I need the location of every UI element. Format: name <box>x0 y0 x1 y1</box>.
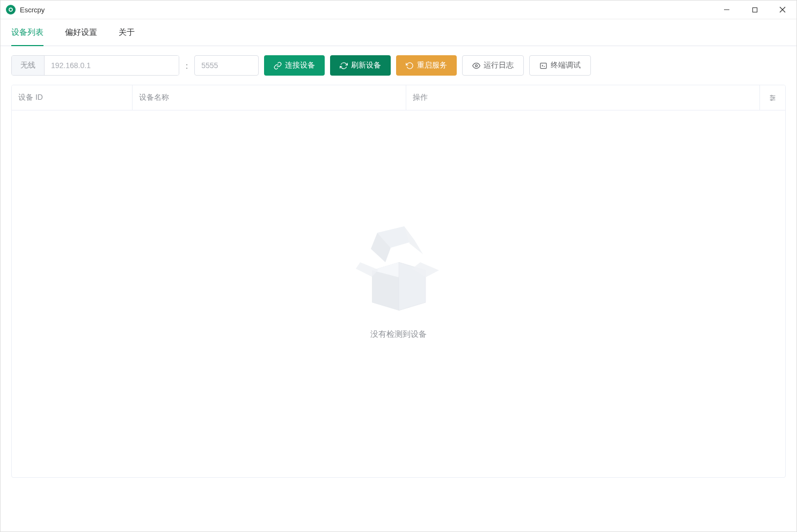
empty-box-icon <box>345 222 452 313</box>
minimize-button[interactable] <box>713 1 741 19</box>
close-button[interactable] <box>769 1 796 19</box>
connect-device-button[interactable]: 连接设备 <box>264 55 325 76</box>
svg-point-5 <box>476 64 478 66</box>
th-action: 操作 <box>406 85 759 110</box>
filter-button[interactable] <box>759 85 785 110</box>
empty-message: 没有检测到设备 <box>370 329 427 339</box>
table-header: 设备 ID 设备名称 操作 <box>12 85 785 110</box>
toolbar: 无线 : 连接设备 刷新设备 重启服务 运行日志 终端调试 <box>1 46 796 85</box>
maximize-button[interactable] <box>741 1 769 19</box>
svg-point-0 <box>9 8 12 11</box>
ip-input[interactable] <box>45 56 179 75</box>
svg-rect-2 <box>752 8 757 12</box>
restart-service-button[interactable]: 重启服务 <box>396 55 457 76</box>
sliders-icon <box>769 94 777 102</box>
link-icon <box>274 62 282 70</box>
svg-point-12 <box>773 97 774 99</box>
tab-preferences[interactable]: 偏好设置 <box>65 19 97 46</box>
eye-icon <box>472 62 480 70</box>
terminal-debug-button[interactable]: 终端调试 <box>529 55 591 76</box>
refresh-device-label: 刷新设备 <box>351 61 381 70</box>
device-table: 设备 ID 设备名称 操作 <box>11 85 786 478</box>
th-device-id: 设备 ID <box>12 85 133 110</box>
tab-device-list[interactable]: 设备列表 <box>11 19 43 46</box>
svg-rect-6 <box>540 63 546 68</box>
wireless-label: 无线 <box>12 56 45 75</box>
nav-tabs: 设备列表 偏好设置 关于 <box>1 19 796 46</box>
port-input[interactable] <box>194 55 259 76</box>
app-title: Escrcpy <box>20 6 45 14</box>
tab-about[interactable]: 关于 <box>119 19 135 46</box>
bottom-space <box>1 478 796 531</box>
window: Escrcpy 设备列表 偏好设置 关于 无线 : 连接设备 <box>0 0 797 532</box>
svg-point-13 <box>771 99 772 101</box>
connect-device-label: 连接设备 <box>285 61 315 70</box>
restart-icon <box>406 62 414 70</box>
refresh-device-button[interactable]: 刷新设备 <box>330 55 391 76</box>
restart-service-label: 重启服务 <box>417 61 447 70</box>
terminal-icon <box>539 62 547 70</box>
colon-separator: : <box>186 61 188 70</box>
titlebar-left: Escrcpy <box>6 5 45 14</box>
app-icon <box>6 5 16 14</box>
ip-input-group: 无线 <box>11 55 179 76</box>
th-device-name: 设备名称 <box>133 85 406 110</box>
terminal-debug-label: 终端调试 <box>551 61 581 70</box>
run-log-label: 运行日志 <box>484 61 514 70</box>
empty-state: 没有检测到设备 <box>12 110 785 477</box>
window-controls <box>713 1 796 19</box>
refresh-icon <box>340 62 348 70</box>
titlebar: Escrcpy <box>1 1 796 19</box>
svg-point-11 <box>771 95 772 97</box>
run-log-button[interactable]: 运行日志 <box>462 55 524 76</box>
